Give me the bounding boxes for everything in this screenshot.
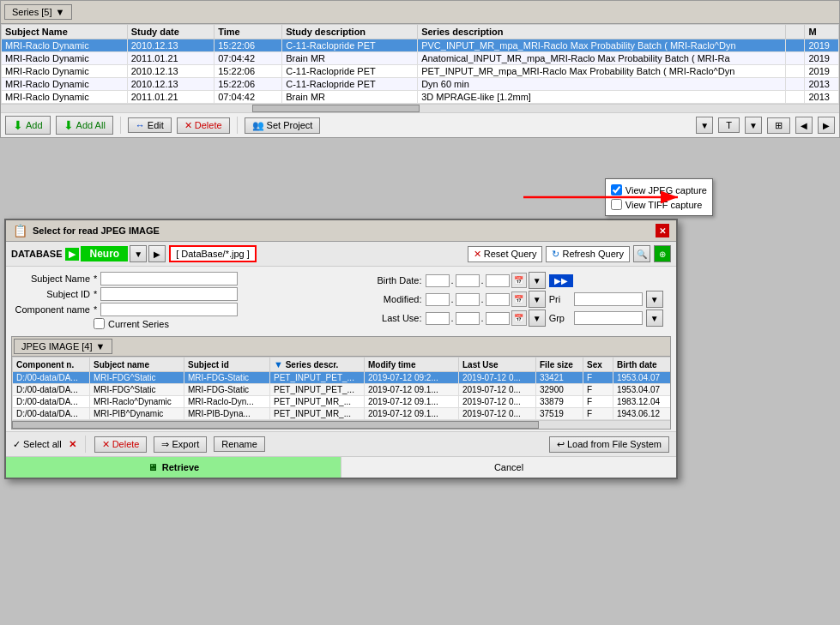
modified-d[interactable] [486,293,510,306]
series-scrollbar[interactable] [1,104,839,112]
toolbar-grid-btn[interactable]: ⊞ [767,117,790,134]
set-project-icon: 👥 [252,120,264,131]
series-table: Subject Name Study date Time Study descr… [1,24,839,104]
grp-input[interactable] [574,311,643,325]
dialog-close-button[interactable]: ✕ [656,224,669,237]
grp-dropdown[interactable]: ▼ [646,309,663,327]
birth-date-extra-btn[interactable]: ▶▶ [549,274,573,287]
add-button[interactable]: ⬇ Add [5,116,51,135]
dot2: . [481,275,484,285]
delete-button[interactable]: ✕ Delete [177,117,230,134]
last-use-d[interactable] [486,312,510,325]
view-jpeg-checkbox[interactable] [611,184,622,195]
subject-id-asterisk: * [94,289,97,299]
jpeg-cell-subject: MRI-PIB^Dynamic [90,408,184,420]
jpeg-row[interactable]: D:/00-data/DA... MRI-FDG^Static MRI-FDG-… [13,372,671,384]
jpeg-cell-comp: D:/00-data/DA... [13,384,90,396]
last-use-cal[interactable]: 📅 [511,310,527,326]
series-cell-date: 2010.12.13 [127,65,215,78]
refresh-query-button[interactable]: ↻ Refresh Query [546,246,630,262]
series-row[interactable]: MRI-Raclo Dynamic 2010.12.13 15:22:06 C-… [2,39,839,52]
series-row[interactable]: MRI-Raclo Dynamic 2010.12.13 15:22:06 C-… [2,78,839,91]
dot4: . [481,294,484,304]
last-use-dropdown[interactable]: ▼ [529,309,546,327]
db-search-icon[interactable]: 🔍 [633,245,650,262]
birth-date-dropdown[interactable]: ▼ [529,272,546,289]
jpeg-row[interactable]: D:/00-data/DA... MRI-Raclo^Dynamic MRI-R… [13,396,671,408]
jpeg-row[interactable]: D:/00-data/DA... MRI-PIB^Dynamic MRI-PIB… [13,408,671,420]
reset-query-button[interactable]: ✕ Reset Query [468,246,543,262]
footer-delete-icon: ✕ [102,439,110,450]
db-name: Neuro [81,246,128,261]
set-project-button[interactable]: 👥 Set Project [245,117,321,134]
toolbar-t-dropdown[interactable]: ▼ [745,117,762,134]
toolbar-dropdown-btn[interactable]: ▼ [696,117,713,134]
jpeg-cell-id: MRI-Raclo-Dyn... [184,396,270,408]
jpeg-cell-series: PET_INPUT_MR_... [270,396,365,408]
jpeg-tab-icon[interactable]: ▼ [96,341,106,352]
birth-date-y[interactable] [426,274,450,287]
jpeg-cell-modify: 2019-07-12 09:2... [365,372,459,384]
toolbar-arrow-right[interactable]: ▶ [818,117,835,134]
load-from-filesystem-btn[interactable]: ↩ Load from File System [549,436,669,453]
jpeg-col-modify: Modify time [365,358,459,372]
series-cell-series: Dyn 60 min [418,78,786,91]
jpeg-cell-lastuse: 2019-07-12 0... [459,396,536,408]
modified-cal[interactable]: 📅 [511,291,527,307]
series-tab[interactable]: Series [5] ▼ [4,4,72,20]
db-options-btn[interactable]: ⊕ [654,245,671,262]
jpeg-col-birth: Birth date [613,358,671,372]
modified-y[interactable] [426,293,450,306]
cancel-button[interactable]: Cancel [341,457,676,478]
current-series-checkbox[interactable] [94,318,105,329]
jpeg-table: Component n. Subject name Subject id ▼ S… [12,357,670,420]
jpeg-col-id: Subject id [184,358,270,372]
subject-id-input[interactable] [100,287,238,301]
series-tab-dropdown-icon[interactable]: ▼ [55,7,64,17]
sort-icon: ▼ [274,359,283,370]
modified-date-fields: . . 📅 ▼ [426,291,546,308]
birth-date-label: Birth Date: [345,275,422,285]
delete-icon: ✕ [184,120,192,131]
series-cell-time: 15:22:06 [215,65,282,78]
view-jpeg-option[interactable]: View JPEG capture [609,183,709,197]
view-tiff-option[interactable]: View TIFF capture [609,197,709,212]
subject-name-input[interactable] [100,272,238,285]
view-dropdown-popup: View JPEG capture View TIFF capture [605,178,713,216]
jpeg-col-series: ▼ Series descr. [270,358,365,372]
pri-dropdown[interactable]: ▼ [646,291,663,308]
birth-date-m[interactable] [456,274,480,287]
series-row[interactable]: MRI-Raclo Dynamic 2011.01.21 07:04:42 Br… [2,91,839,104]
add-all-button[interactable]: ⬇ Add All [56,116,113,135]
component-name-input[interactable] [100,303,238,316]
db-arrow-down[interactable]: ▼ [130,245,147,262]
series-row[interactable]: MRI-Raclo Dynamic 2010.12.13 15:22:06 C-… [2,65,839,78]
current-series-check[interactable]: Current Series [94,318,169,329]
jpeg-cell-id: MRI-FDG-Static [184,384,270,396]
modified-m[interactable] [456,293,480,306]
toolbar-arrow-left[interactable]: ◀ [795,117,813,134]
last-use-y[interactable] [426,312,450,325]
pri-input[interactable] [574,292,643,306]
jpeg-row[interactable]: D:/00-data/DA... MRI-FDG^Static MRI-FDG-… [13,384,671,396]
select-all-btn[interactable]: ✓ Select all [13,439,62,450]
rename-btn[interactable]: Rename [214,436,265,452]
last-use-m[interactable] [456,312,480,325]
series-row[interactable]: MRI-Raclo Dynamic 2011.01.21 07:04:42 Br… [2,52,839,65]
database-row: DATABASE ▶ Neuro ▼ ▶ [ DataBase/*.jpg ] … [6,242,676,267]
deselect-btn[interactable]: ✕ [69,439,76,450]
birth-date-cal[interactable]: 📅 [511,273,527,288]
toolbar-t-btn[interactable]: T [718,117,740,133]
view-tiff-checkbox[interactable] [611,199,622,210]
export-btn[interactable]: ⇒ Export [154,436,207,453]
jpeg-scrollbar[interactable] [12,420,670,429]
series-cell-series: Anatomical_INPUT_MR_mpa_MRI-Raclo Max Pr… [418,52,786,65]
footer-delete-btn[interactable]: ✕ Delete [94,436,148,453]
db-arrow-right[interactable]: ▶ [148,245,166,262]
modified-dropdown[interactable]: ▼ [529,291,546,308]
subject-id-label: Subject ID [13,289,90,299]
jpeg-tab[interactable]: JPEG IMAGE [4] ▼ [14,339,112,354]
birth-date-d[interactable] [486,274,510,287]
retrieve-button[interactable]: 🖥 Retrieve [6,457,341,478]
edit-button[interactable]: ↔ Edit [128,117,172,133]
